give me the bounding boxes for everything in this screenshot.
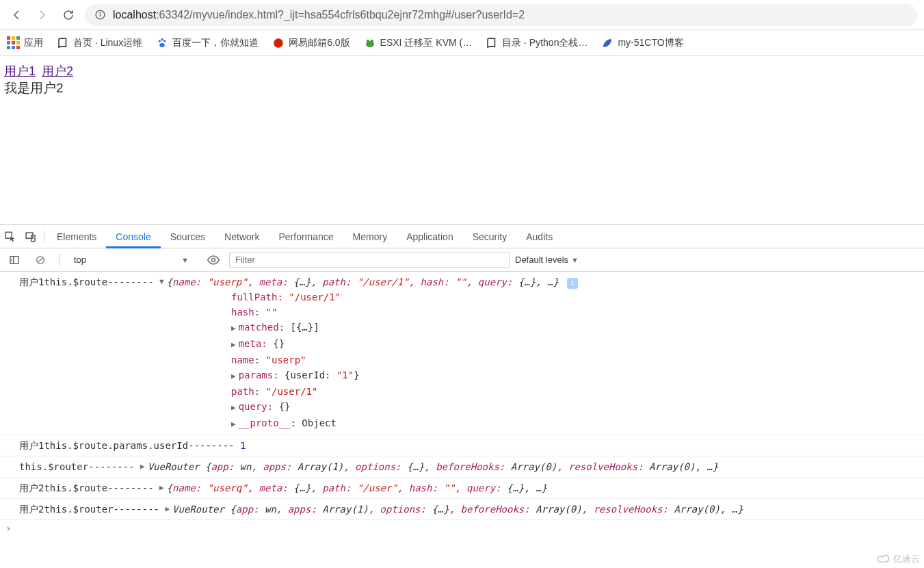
mail-icon [272,37,285,49]
eye-icon[interactable] [203,250,224,270]
levels-label: Default levels [515,255,568,265]
back-button[interactable] [7,5,26,25]
svg-point-18 [212,258,215,261]
address-bar[interactable]: localhost:63342/myvue/index.html?_ijt=hs… [85,4,917,26]
devtools-panel: Elements Console Sources Network Perform… [0,224,924,568]
console-body: 用户1this.$route-------- ▼ {name: "userp",… [0,272,924,537]
bookmark-51cto[interactable]: my-51CTO博客 [601,37,683,49]
log-value: 1 [240,438,246,453]
page-body: 用户1 用户2 我是用户2 [0,56,924,104]
dropdown-icon: ▼ [181,256,189,264]
log-label: this.$router-------- [19,459,140,474]
expand-icon[interactable]: ▶ [231,417,236,432]
bookmark-163mail[interactable]: 网易邮箱6.0版 [272,37,349,49]
book-icon [57,37,69,49]
log-summary: VueRouter {app: wn, apps: Array(1), opti… [148,459,719,474]
paw-icon [156,37,168,49]
expand-icon[interactable]: ▶ [231,369,236,384]
console-row[interactable]: 用户2this.$router-------- ▶ VueRouter {app… [0,499,924,520]
browser-toolbar: localhost:63342/myvue/index.html?_ijt=hs… [0,0,924,30]
svg-point-2 [100,12,101,13]
bookmarks-bar: 应用 首页 · Linux运维 百度一下，你就知道 网易邮箱6.0版 ESXI … [0,30,924,56]
console-row[interactable]: 用户1this.$route-------- ▼ {name: "userp",… [0,272,924,435]
frog-icon [364,37,376,49]
log-summary: {name: "userp", meta: {…}, path: "/user/… [167,274,579,289]
bookmark-baidu[interactable]: 百度一下，你就知道 [156,37,259,49]
tab-performance[interactable]: Performance [269,225,343,248]
svg-point-4 [161,38,163,40]
expand-icon[interactable]: ▶ [140,459,145,474]
svg-point-9 [366,39,369,42]
forward-button[interactable] [33,5,52,25]
bookmark-esxi[interactable]: ESXI 迁移至 KVM (… [364,37,473,49]
bookmark-linux[interactable]: 首页 · Linux运维 [57,37,142,49]
log-levels-selector[interactable]: Default levels ▼ [515,255,581,265]
url-text: localhost:63342/myvue/index.html?_ijt=hs… [113,9,525,21]
console-sidebar-toggle-icon[interactable] [4,250,25,270]
log-summary: {name: "userq", meta: {…}, path: "/user"… [167,480,547,495]
expand-icon[interactable]: ▶ [231,337,236,352]
svg-point-3 [159,40,161,42]
devtools-tabbar: Elements Console Sources Network Perform… [0,225,924,248]
console-row[interactable]: 用户1this.$route.params.userId-------- 1 [0,435,924,456]
bookmark-label: ESXI 迁移至 KVM (… [380,37,473,49]
svg-point-7 [274,38,283,48]
bookmark-label: 百度一下，你就知道 [172,37,259,49]
tab-console[interactable]: Console [106,225,160,248]
context-selector[interactable]: top ▼ [68,254,198,266]
expand-icon[interactable]: ▶ [165,502,170,517]
bookmark-label: 目录 · Python全栈… [502,37,588,49]
log-label: 用户2this.$router-------- [19,502,165,517]
site-info-icon[interactable] [94,9,106,21]
filter-input[interactable] [229,253,510,268]
context-label: top [74,255,86,265]
bookmark-label: my-51CTO博客 [618,37,683,49]
expand-icon[interactable]: ▶ [231,400,236,415]
leaf-icon [601,37,613,49]
expand-icon[interactable]: ▼ [159,274,164,289]
object-properties: fullPath: "/user/1" hash: "" ▶matched: [… [19,289,919,432]
clear-console-icon[interactable] [30,250,51,270]
bookmark-python[interactable]: 目录 · Python全栈… [486,37,588,49]
dropdown-icon: ▼ [571,256,579,264]
watermark: 亿速云 [875,553,920,565]
info-badge-icon[interactable]: i [567,278,578,289]
console-row[interactable]: this.$router-------- ▶ VueRouter {app: w… [0,456,924,478]
tab-sources[interactable]: Sources [161,225,215,248]
tab-network[interactable]: Network [215,225,269,248]
bookmark-label: 首页 · Linux运维 [73,37,142,49]
user2-link[interactable]: 用户2 [42,64,73,78]
log-label: 用户2this.$route-------- [19,480,159,495]
svg-point-5 [163,40,166,42]
svg-line-17 [38,257,43,262]
device-toggle-icon[interactable] [21,227,41,247]
reload-button[interactable] [59,5,78,25]
user1-link[interactable]: 用户1 [4,64,36,78]
page-text: 我是用户2 [4,79,920,97]
expand-icon[interactable]: ▶ [231,321,236,336]
svg-point-10 [370,39,373,42]
expand-icon[interactable]: ▶ [159,480,164,495]
log-label: 用户1this.$route.params.userId-------- [19,438,240,453]
apps-button[interactable]: 应用 [7,36,43,49]
console-prompt[interactable]: › [0,520,924,537]
bookmark-label: 网易邮箱6.0版 [289,37,349,49]
tab-audits[interactable]: Audits [516,225,562,248]
apps-icon [7,36,20,49]
log-label: 用户1this.$route-------- [19,274,159,289]
inspect-element-icon[interactable] [0,227,21,247]
tab-security[interactable]: Security [463,225,517,248]
svg-point-6 [159,43,165,47]
console-row[interactable]: 用户2this.$route-------- ▶ {name: "userq",… [0,478,924,499]
book-icon [486,37,498,49]
apps-label: 应用 [24,37,43,49]
console-toolbar: top ▼ Default levels ▼ [0,248,924,272]
tab-elements[interactable]: Elements [47,225,106,248]
log-summary: VueRouter {app: wn, apps: Array(1), opti… [172,502,743,517]
tab-application[interactable]: Application [397,225,463,248]
tab-memory[interactable]: Memory [343,225,397,248]
